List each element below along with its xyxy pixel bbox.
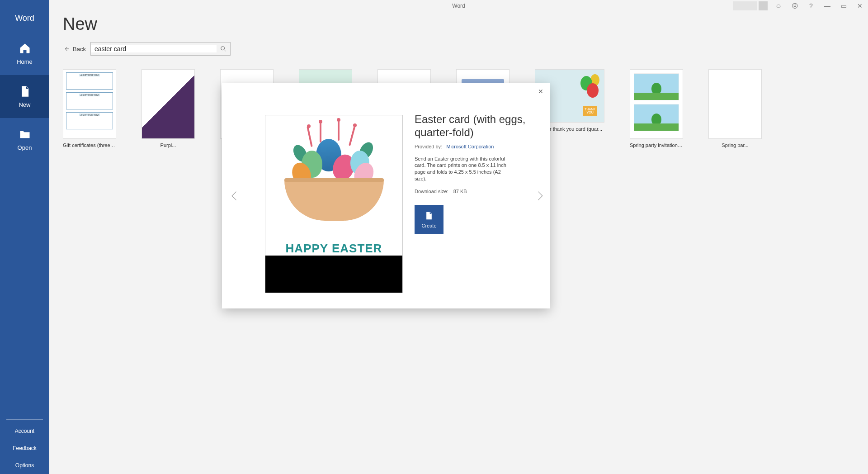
template-search [90, 42, 231, 56]
template-card[interactable]: HAPPTO [FAMILY Purpl... [142, 69, 195, 148]
download-size-value: 87 KB [453, 189, 467, 194]
template-title: Easter card (with eggs, quarter-fold) [415, 113, 539, 139]
preview-heading: HAPPY EASTER [286, 242, 382, 256]
search-button[interactable] [217, 43, 230, 55]
dialog-prev-button[interactable] [227, 189, 242, 203]
face-sad-icon[interactable]: ☹ [787, 0, 803, 12]
home-icon [19, 42, 31, 55]
close-button[interactable]: ✕ [852, 0, 868, 12]
back-label: Back [73, 46, 86, 52]
template-card[interactable]: Spring par... [708, 69, 762, 148]
template-card[interactable]: Gift certificates (three per p... [63, 69, 116, 148]
template-thumbnail [63, 69, 116, 139]
document-icon [425, 210, 434, 221]
sidebar-item-open[interactable]: Open [0, 118, 49, 161]
arrow-left-icon [228, 190, 241, 202]
template-details: Easter card (with eggs, quarter-fold) Pr… [415, 113, 539, 234]
sidebar-item-label: New [19, 101, 30, 108]
sidebar-item-feedback[interactable]: Feedback [0, 440, 49, 457]
back-button[interactable]: Back [63, 45, 86, 52]
main-content: New Back Gift certificates (three per p.… [49, 12, 868, 474]
arrow-left-icon [63, 45, 70, 52]
template-card[interactable]: Spring party invitations (2... [630, 69, 683, 148]
search-icon [220, 45, 227, 52]
user-avatar[interactable] [759, 1, 768, 10]
template-caption: Purpl... [160, 142, 176, 148]
sidebar-item-options[interactable]: Options [0, 457, 49, 474]
download-size-label: Download size: [415, 189, 448, 194]
template-description: Send an Easter greeting with this colorf… [415, 156, 509, 182]
create-label: Create [421, 223, 436, 228]
user-name-placeholder[interactable] [733, 1, 757, 10]
page-title: New [63, 14, 854, 34]
folder-open-icon [19, 128, 31, 141]
svg-point-0 [221, 47, 225, 50]
search-input[interactable] [91, 45, 217, 52]
template-thumbnail [708, 69, 762, 139]
sidebar-item-new[interactable]: New [0, 75, 49, 118]
template-caption: Spring party invitations (2... [630, 142, 683, 148]
backstage-sidebar: Word Home New Open Account Feedback Opti… [0, 0, 49, 474]
template-caption: Gift certificates (three per p... [63, 142, 116, 148]
title-bar: Word ☺ ☹ ? — ▭ ✕ [49, 0, 868, 12]
template-caption: Spring par... [722, 142, 748, 148]
face-smile-icon[interactable]: ☺ [770, 0, 787, 12]
sidebar-item-account[interactable]: Account [0, 422, 49, 440]
minimize-button[interactable]: — [819, 0, 835, 12]
create-button[interactable]: Create [415, 205, 443, 234]
help-icon[interactable]: ? [803, 0, 819, 12]
sidebar-item-home[interactable]: Home [0, 32, 49, 75]
template-thumbnail [630, 69, 683, 139]
template-preview-dialog: ✕ HAPPY EASTER Easter card (with eggs, q… [222, 83, 550, 308]
provided-by-label: Provided by: [415, 144, 442, 149]
template-preview-image: HAPPY EASTER [265, 115, 403, 293]
sidebar-item-label: Open [18, 144, 32, 151]
template-thumbnail: HAPPTO [FAMILY [142, 69, 195, 139]
provider-link[interactable]: Microsoft Corporation [446, 144, 494, 149]
app-name: Word [0, 0, 49, 32]
dialog-close-button[interactable]: ✕ [536, 87, 545, 96]
new-doc-icon [19, 85, 31, 98]
sidebar-item-label: Home [17, 58, 33, 65]
window-title: Word [452, 3, 465, 9]
restore-button[interactable]: ▭ [835, 0, 852, 12]
